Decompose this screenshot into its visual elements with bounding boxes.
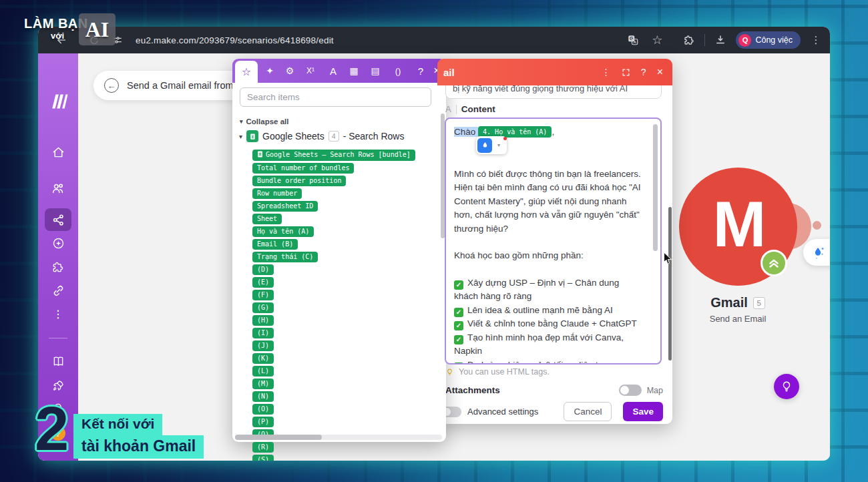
mappable-item-badge[interactable]: Email (B)	[252, 239, 298, 250]
browser-menu-icon[interactable]: ⋮	[807, 31, 825, 49]
check-icon: ✓	[454, 308, 463, 317]
tab-math[interactable]: X¹	[301, 59, 320, 83]
extension-dropdown[interactable]: ▾	[493, 139, 504, 152]
ai-agents-icon[interactable]	[45, 232, 71, 254]
droplet-sparkle-icon	[811, 244, 827, 260]
screenshot-stage: eu2.make.com/2093679/scenarios/6418698/e…	[0, 0, 868, 482]
mappable-item-badge[interactable]: (K)	[252, 353, 274, 364]
dialog-expand-icon[interactable]	[622, 68, 630, 77]
mappable-item-badge[interactable]: (J)	[252, 340, 274, 351]
hint-bulb-icon	[445, 368, 454, 377]
mappable-item-badge[interactable]: (E)	[252, 277, 274, 288]
module-status-badge[interactable]	[761, 250, 787, 276]
mappable-item-badge[interactable]: Bundle order position	[252, 176, 346, 186]
content-field-label: Content	[461, 104, 495, 114]
dialog-help-icon[interactable]: ?	[641, 67, 646, 77]
brand-ai-badge: AI	[79, 13, 116, 45]
grammar-extension-toolbar[interactable]: ▾	[476, 136, 507, 154]
breadcrumb[interactable]: ← Send a Gmail email from a	[93, 71, 247, 100]
extensions-icon[interactable]	[680, 31, 698, 49]
cancel-button[interactable]: Cancel	[564, 402, 612, 421]
field-divider	[456, 105, 457, 114]
panel-hscrollbar-thumb[interactable]	[235, 435, 322, 440]
tab-text[interactable]: A	[324, 59, 343, 83]
mouse-cursor	[662, 252, 673, 268]
module-output-dot[interactable]	[813, 221, 821, 230]
module-group-header[interactable]: ▾ Google Sheets 4 - Search Rows	[239, 130, 404, 142]
browser-toolbar: eu2.make.com/2093679/scenarios/6418698/e…	[38, 27, 830, 53]
mappable-item-badge[interactable]: Spreadsheet ID	[252, 201, 318, 212]
dialog-title: ail	[443, 67, 455, 78]
save-button[interactable]: Save	[623, 402, 663, 421]
mappable-item-badge[interactable]: (D)	[252, 264, 274, 275]
tab-general[interactable]: ⚙	[280, 59, 299, 83]
dialog-scrollbar-thumb[interactable]	[668, 207, 672, 360]
tab-array[interactable]: ▤	[366, 59, 385, 83]
profile-chip[interactable]: Q Công việc	[736, 31, 801, 49]
download-icon[interactable]	[712, 31, 729, 49]
tab-date[interactable]: ▦	[345, 59, 363, 83]
selected-text: Chào	[454, 127, 475, 137]
mappable-item-badge[interactable]: (H)	[252, 315, 274, 326]
templates-icon[interactable]	[45, 256, 71, 278]
brand-subtitle: với	[51, 31, 64, 41]
mappable-item-badge[interactable]: (P)	[252, 417, 274, 427]
collapse-all-label: Collapse all	[246, 117, 289, 126]
tab-functions[interactable]: ()	[389, 59, 407, 83]
mappable-item-badge[interactable]: Total number of bundles	[252, 163, 354, 174]
connections-icon[interactable]	[45, 279, 71, 302]
panel-hscrollbar[interactable]	[235, 435, 442, 440]
tab-ai[interactable]: ✦	[260, 59, 279, 83]
bookmark-star-icon[interactable]: ☆	[648, 31, 666, 49]
tab-favorites[interactable]: ☆	[235, 61, 258, 83]
hint-text: You can use HTML tags.	[459, 367, 550, 377]
address-bar[interactable]: eu2.make.com/2093679/scenarios/6418698/e…	[136, 35, 334, 45]
collapse-all[interactable]: ▾ Collapse all	[240, 117, 288, 126]
dialog-close-icon[interactable]: ×	[657, 66, 663, 78]
mappable-item-badge[interactable]: (L)	[252, 366, 274, 377]
mappable-item-badge[interactable]: (F)	[252, 290, 274, 300]
svg-text:G: G	[630, 36, 634, 41]
content-editor[interactable]: Chào 4. Họ và tên (A), Mình có biết được…	[445, 117, 662, 365]
docs-icon[interactable]	[45, 350, 71, 373]
onboarding-rocket-icon[interactable]	[45, 374, 71, 397]
step-line-2: tài khoản Gmail	[73, 435, 204, 459]
more-icon[interactable]	[45, 303, 71, 326]
group-name: Google Sheets	[262, 131, 324, 142]
map-toggle[interactable]	[619, 385, 642, 396]
make-logo[interactable]	[45, 90, 71, 113]
content-editor-text: Chào 4. Họ và tên (A), Mình có biết được…	[446, 119, 660, 363]
mappable-item-badge[interactable]: Row number	[252, 188, 302, 199]
mappable-item-badge[interactable]: (R)	[252, 442, 274, 453]
mappable-item-badge[interactable]: (S)	[252, 455, 274, 461]
brand-overlay: LÀM BẠN với AI	[24, 16, 88, 31]
assistant-bulb-button[interactable]	[774, 374, 799, 399]
mappable-item-badge[interactable]: (O)	[252, 404, 274, 415]
translate-icon[interactable]: GA	[624, 31, 642, 49]
mappable-item-badge[interactable]: (M)	[252, 379, 274, 389]
content-field-row: A Content	[445, 104, 495, 114]
mappable-item-badge[interactable]: (N)	[252, 391, 274, 402]
back-circle-icon[interactable]: ←	[104, 78, 119, 93]
spacer	[454, 263, 643, 276]
mappable-item-badge[interactable]: (G)	[252, 302, 274, 313]
droplet-icon[interactable]	[477, 138, 492, 153]
mappable-item-badge[interactable]: Trạng thái (C)	[252, 252, 318, 262]
team-icon[interactable]	[45, 177, 71, 200]
mappable-item-badge[interactable]: Sheet	[252, 214, 282, 224]
advanced-settings-label: Advanced settings	[467, 407, 558, 417]
spacer	[454, 236, 643, 249]
bullet-item: ✓Tạo hình minh họa đẹp mắt với Canva, Na…	[454, 331, 643, 358]
bullet-item: ✓Lên idea & outline mạnh mẽ bằng AI	[454, 304, 643, 318]
dialog-menu-icon[interactable]: ⋮	[602, 67, 611, 77]
mappable-item-badge[interactable]: Họ và tên (A)	[252, 226, 314, 237]
mappable-item-badge[interactable]: (I)	[252, 328, 274, 338]
badge-label: Google Sheets – Search Rows [bundle]	[266, 151, 411, 158]
search-input[interactable]	[240, 87, 431, 107]
editor-scrollbar-thumb[interactable]	[653, 124, 658, 251]
mappable-bundle-badge[interactable]: Google Sheets – Search Rows [bundle]	[252, 150, 415, 161]
home-icon[interactable]	[45, 141, 71, 164]
bullet-item: ✓Xây dựng USP – Định vị – Chân dung khác…	[454, 276, 643, 304]
scenarios-icon[interactable]	[45, 208, 71, 231]
extension-pill[interactable]	[803, 239, 830, 266]
